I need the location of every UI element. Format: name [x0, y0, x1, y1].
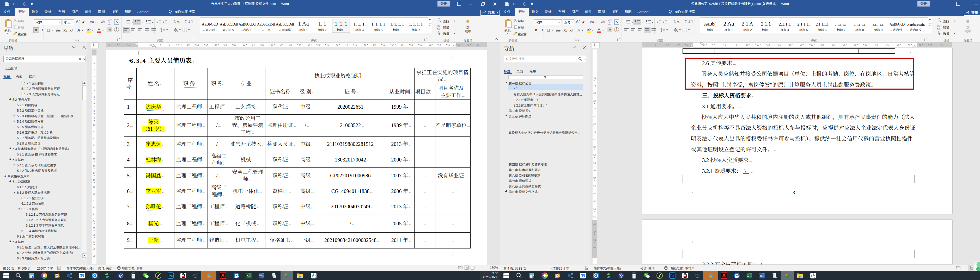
- svg-text:X: X: [747, 274, 749, 277]
- svg-text:K: K: [119, 274, 121, 277]
- svg-text:Ps: Ps: [671, 274, 675, 278]
- svg-text:W: W: [259, 274, 262, 277]
- svg-text:X: X: [247, 274, 249, 277]
- svg-text:W: W: [760, 274, 762, 277]
- svg-text:K: K: [620, 274, 622, 277]
- svg-text:xin: xin: [192, 274, 197, 277]
- svg-text:xin: xin: [695, 274, 700, 277]
- svg-text:Ps: Ps: [169, 274, 173, 278]
